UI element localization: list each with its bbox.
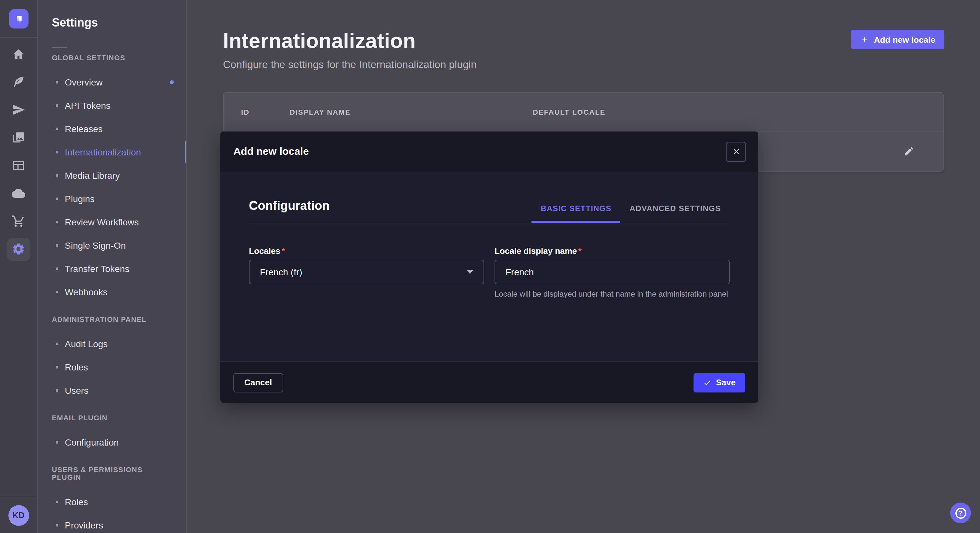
sidebar-item-users[interactable]: Users	[38, 379, 186, 402]
column-display-name: DISPLAY NAME	[290, 108, 533, 116]
add-new-locale-label: Add new locale	[874, 35, 935, 44]
home-icon	[12, 47, 25, 61]
sidebar-item-plugins[interactable]: Plugins	[38, 187, 186, 211]
send-icon	[12, 103, 25, 117]
settings-subnav: Settings GLOBAL SETTINGSOverviewAPI Toke…	[38, 0, 187, 533]
sidebar-item-transfer-tokens[interactable]: Transfer Tokens	[38, 257, 186, 281]
bullet-icon	[56, 244, 58, 247]
rail-item-home[interactable]	[0, 40, 37, 68]
nav-section-users-permissions-plugin: USERS & PERMISSIONS PLUGIN	[52, 466, 172, 481]
locales-select[interactable]: French (fr)	[249, 260, 484, 284]
sidebar-item-media-library[interactable]: Media Library	[38, 164, 186, 187]
bullet-icon	[56, 174, 58, 177]
nav-section-email-plugin: EMAIL PLUGIN	[52, 414, 172, 422]
question-mark-icon: ?	[955, 508, 966, 519]
sidebar-item-overview[interactable]: Overview	[38, 71, 186, 94]
modal-body: Configuration BASIC SETTINGS ADVANCED SE…	[220, 173, 758, 362]
sidebar-item-single-sign-on[interactable]: Single Sign-On	[38, 234, 186, 257]
cancel-button[interactable]: Cancel	[233, 373, 283, 392]
gear-icon	[12, 242, 25, 256]
sidebar-item-releases[interactable]: Releases	[38, 117, 186, 141]
modal-footer: Cancel Save	[220, 362, 758, 403]
sidebar-item-roles[interactable]: Roles	[38, 490, 186, 514]
nav-section-administration-panel: ADMINISTRATION PANEL	[52, 316, 172, 323]
sidebar-item-internationalization[interactable]: Internationalization	[38, 141, 186, 164]
required-asterisk: *	[578, 246, 581, 256]
rail-item-feather[interactable]	[0, 68, 37, 96]
bullet-icon	[56, 524, 58, 527]
configuration-title: Configuration	[249, 199, 329, 223]
cloud-icon	[12, 187, 25, 200]
pencil-icon	[904, 146, 915, 157]
subnav-title: Settings	[52, 16, 186, 30]
chevron-down-icon	[467, 270, 473, 274]
check-icon	[703, 379, 711, 386]
save-button[interactable]: Save	[693, 373, 745, 392]
bullet-icon	[56, 221, 58, 224]
subnav-title-divider	[52, 47, 67, 48]
layout-icon	[12, 159, 25, 172]
help-button[interactable]: ?	[950, 503, 971, 523]
bullet-icon	[56, 268, 58, 270]
bullet-icon	[56, 501, 58, 503]
cart-icon	[12, 214, 25, 228]
modal-header: Add new locale	[220, 132, 758, 172]
strapi-logo-icon	[13, 13, 25, 25]
bullet-icon	[56, 389, 58, 392]
nav-section-global-settings: GLOBAL SETTINGS	[52, 54, 172, 62]
display-name-hint: Locale will be displayed under that name…	[495, 289, 730, 300]
locales-table-header: ID DISPLAY NAME DEFAULT LOCALE	[224, 93, 943, 132]
rail-divider	[0, 37, 37, 38]
sidebar-item-webhooks[interactable]: Webhooks	[38, 281, 186, 304]
column-id: ID	[241, 108, 290, 116]
bullet-icon	[56, 128, 58, 130]
main-sidebar-rail: KD	[0, 0, 38, 533]
bullet-icon	[56, 366, 58, 368]
bullet-icon	[56, 291, 58, 293]
add-new-locale-modal: Add new locale Configuration BASIC SETTI…	[220, 132, 758, 403]
sidebar-item-configuration[interactable]: Configuration	[38, 431, 186, 454]
bullet-icon	[56, 81, 58, 84]
feather-icon	[12, 75, 25, 89]
tab-basic-settings[interactable]: BASIC SETTINGS	[532, 204, 620, 223]
rail-icon-list	[0, 40, 37, 263]
strapi-logo[interactable]	[9, 9, 29, 29]
bullet-icon	[56, 441, 58, 444]
close-icon	[732, 147, 740, 156]
display-name-field: Locale display name* Locale will be disp…	[495, 245, 730, 300]
strapi-admin-screen: KD Settings GLOBAL SETTINGSOverviewAPI T…	[0, 0, 980, 533]
save-label: Save	[716, 378, 736, 387]
rail-item-cart[interactable]	[0, 207, 37, 235]
locales-select-value: French (fr)	[260, 267, 302, 277]
modal-title: Add new locale	[233, 146, 309, 157]
display-name-input[interactable]	[495, 260, 730, 284]
images-icon	[12, 131, 25, 144]
bullet-icon	[56, 151, 58, 154]
tab-advanced-settings[interactable]: ADVANCED SETTINGS	[620, 204, 730, 223]
rail-item-send[interactable]	[0, 96, 37, 124]
rail-item-gear[interactable]	[0, 235, 37, 263]
sidebar-item-review-workflows[interactable]: Review Workflows	[38, 211, 186, 234]
sidebar-item-providers[interactable]: Providers	[38, 514, 186, 533]
bullet-icon	[56, 198, 58, 200]
sidebar-item-roles[interactable]: Roles	[38, 355, 186, 379]
configuration-header-row: Configuration BASIC SETTINGS ADVANCED SE…	[249, 199, 730, 224]
rail-user-section: KD	[0, 497, 37, 533]
rail-item-layout[interactable]	[0, 152, 37, 179]
modal-close-button[interactable]	[726, 141, 746, 162]
required-asterisk: *	[282, 246, 285, 256]
modal-tabs: BASIC SETTINGS ADVANCED SETTINGS	[532, 204, 730, 223]
avatar[interactable]: KD	[8, 505, 29, 525]
rail-item-cloud[interactable]	[0, 179, 37, 207]
add-new-locale-button[interactable]: Add new locale	[851, 30, 944, 49]
display-name-label: Locale display name*	[495, 246, 581, 256]
sidebar-item-audit-logs[interactable]: Audit Logs	[38, 332, 186, 355]
page-subtitle: Configure the settings for the Internati…	[223, 59, 980, 71]
notification-dot-icon	[170, 80, 174, 84]
edit-locale-button[interactable]	[904, 146, 915, 157]
column-default-locale: DEFAULT LOCALE	[533, 108, 605, 116]
modal-fields-row: Locales* French (fr) Locale display name…	[249, 245, 730, 300]
rail-item-images[interactable]	[0, 124, 37, 152]
settings-nav-sections: GLOBAL SETTINGSOverviewAPI TokensRelease…	[38, 54, 186, 533]
sidebar-item-api-tokens[interactable]: API Tokens	[38, 94, 186, 117]
